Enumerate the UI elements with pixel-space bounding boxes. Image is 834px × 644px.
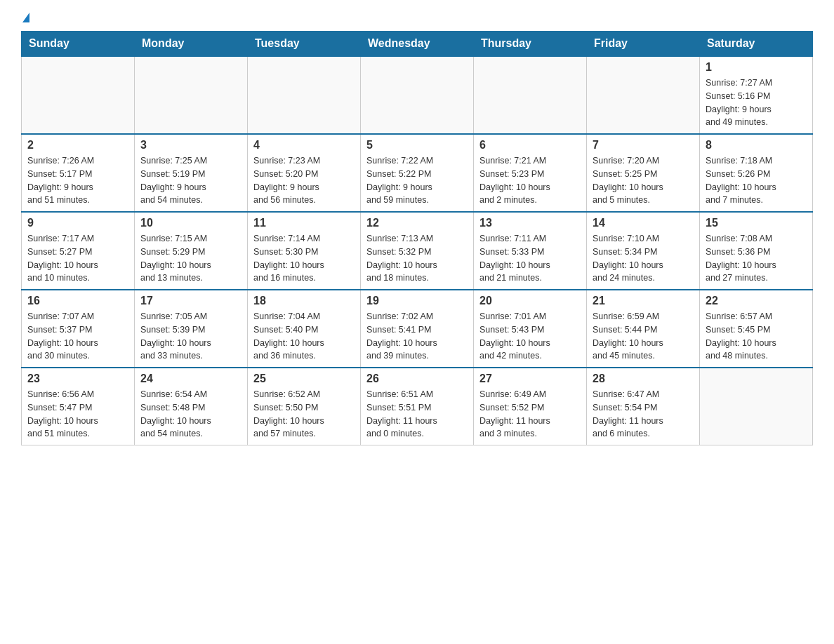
day-info: Sunrise: 7:02 AM Sunset: 5:41 PM Dayligh…: [366, 310, 468, 363]
day-number: 27: [479, 373, 581, 385]
calendar-cell: 26Sunrise: 6:51 AM Sunset: 5:51 PM Dayli…: [361, 368, 474, 445]
day-info: Sunrise: 7:13 AM Sunset: 5:32 PM Dayligh…: [366, 232, 468, 285]
calendar-cell: 1Sunrise: 7:27 AM Sunset: 5:16 PM Daylig…: [700, 56, 813, 134]
day-info: Sunrise: 7:25 AM Sunset: 5:19 PM Dayligh…: [140, 154, 241, 207]
calendar-cell: 13Sunrise: 7:11 AM Sunset: 5:33 PM Dayli…: [474, 212, 587, 290]
calendar-cell: 9Sunrise: 7:17 AM Sunset: 5:27 PM Daylig…: [22, 212, 135, 290]
day-of-week-header: Wednesday: [361, 32, 474, 57]
day-info: Sunrise: 6:51 AM Sunset: 5:51 PM Dayligh…: [366, 388, 468, 441]
page-header: [21, 14, 813, 24]
day-number: 18: [253, 295, 355, 307]
day-info: Sunrise: 6:54 AM Sunset: 5:48 PM Dayligh…: [140, 388, 241, 441]
day-info: Sunrise: 7:14 AM Sunset: 5:30 PM Dayligh…: [253, 232, 355, 285]
day-number: 17: [140, 295, 241, 307]
day-info: Sunrise: 7:21 AM Sunset: 5:23 PM Dayligh…: [479, 154, 581, 207]
calendar-week-row: 2Sunrise: 7:26 AM Sunset: 5:17 PM Daylig…: [22, 134, 813, 212]
day-info: Sunrise: 7:22 AM Sunset: 5:22 PM Dayligh…: [366, 154, 468, 207]
calendar-cell: 19Sunrise: 7:02 AM Sunset: 5:41 PM Dayli…: [361, 290, 474, 368]
logo-triangle-icon: [22, 13, 29, 22]
day-info: Sunrise: 6:59 AM Sunset: 5:44 PM Dayligh…: [593, 310, 694, 363]
day-number: 14: [593, 217, 694, 229]
day-number: 4: [253, 139, 355, 152]
calendar-cell: [22, 56, 135, 134]
calendar-cell: 6Sunrise: 7:21 AM Sunset: 5:23 PM Daylig…: [474, 134, 587, 212]
day-info: Sunrise: 7:17 AM Sunset: 5:27 PM Dayligh…: [27, 232, 128, 285]
calendar-week-row: 1Sunrise: 7:27 AM Sunset: 5:16 PM Daylig…: [22, 56, 813, 134]
calendar-cell: 8Sunrise: 7:18 AM Sunset: 5:26 PM Daylig…: [700, 134, 813, 212]
calendar-cell: 12Sunrise: 7:13 AM Sunset: 5:32 PM Dayli…: [361, 212, 474, 290]
calendar-cell: [700, 368, 813, 445]
calendar-cell: 17Sunrise: 7:05 AM Sunset: 5:39 PM Dayli…: [135, 290, 248, 368]
day-number: 9: [27, 217, 128, 229]
calendar-cell: [587, 56, 700, 134]
day-info: Sunrise: 7:07 AM Sunset: 5:37 PM Dayligh…: [27, 310, 128, 363]
day-info: Sunrise: 7:23 AM Sunset: 5:20 PM Dayligh…: [253, 154, 355, 207]
calendar-cell: 25Sunrise: 6:52 AM Sunset: 5:50 PM Dayli…: [248, 368, 361, 445]
day-number: 20: [479, 295, 581, 307]
day-info: Sunrise: 6:49 AM Sunset: 5:52 PM Dayligh…: [479, 388, 581, 441]
logo: [21, 14, 29, 24]
calendar-week-row: 16Sunrise: 7:07 AM Sunset: 5:37 PM Dayli…: [22, 290, 813, 368]
day-number: 22: [706, 295, 807, 307]
day-number: 28: [593, 373, 694, 385]
day-of-week-header: Saturday: [700, 32, 813, 57]
day-number: 26: [366, 373, 468, 385]
calendar-cell: 4Sunrise: 7:23 AM Sunset: 5:20 PM Daylig…: [248, 134, 361, 212]
day-number: 23: [27, 373, 128, 385]
day-info: Sunrise: 7:11 AM Sunset: 5:33 PM Dayligh…: [479, 232, 581, 285]
day-number: 1: [706, 61, 807, 74]
calendar-cell: 27Sunrise: 6:49 AM Sunset: 5:52 PM Dayli…: [474, 368, 587, 445]
day-info: Sunrise: 6:52 AM Sunset: 5:50 PM Dayligh…: [253, 388, 355, 441]
calendar-cell: 7Sunrise: 7:20 AM Sunset: 5:25 PM Daylig…: [587, 134, 700, 212]
day-of-week-header: Friday: [587, 32, 700, 57]
calendar-cell: 20Sunrise: 7:01 AM Sunset: 5:43 PM Dayli…: [474, 290, 587, 368]
day-number: 6: [479, 139, 581, 152]
day-number: 24: [140, 373, 241, 385]
calendar-cell: 28Sunrise: 6:47 AM Sunset: 5:54 PM Dayli…: [587, 368, 700, 445]
day-number: 15: [706, 217, 807, 229]
calendar-cell: 2Sunrise: 7:26 AM Sunset: 5:17 PM Daylig…: [22, 134, 135, 212]
day-number: 12: [366, 217, 468, 229]
calendar-cell: 10Sunrise: 7:15 AM Sunset: 5:29 PM Dayli…: [135, 212, 248, 290]
day-number: 11: [253, 217, 355, 229]
day-number: 3: [140, 139, 241, 152]
day-info: Sunrise: 6:57 AM Sunset: 5:45 PM Dayligh…: [706, 310, 807, 363]
day-info: Sunrise: 7:15 AM Sunset: 5:29 PM Dayligh…: [140, 232, 241, 285]
calendar-week-row: 9Sunrise: 7:17 AM Sunset: 5:27 PM Daylig…: [22, 212, 813, 290]
day-number: 13: [479, 217, 581, 229]
day-number: 10: [140, 217, 241, 229]
day-info: Sunrise: 7:10 AM Sunset: 5:34 PM Dayligh…: [593, 232, 694, 285]
day-info: Sunrise: 7:26 AM Sunset: 5:17 PM Dayligh…: [27, 154, 128, 207]
calendar-cell: [248, 56, 361, 134]
calendar-cell: [135, 56, 248, 134]
day-of-week-header: Thursday: [474, 32, 587, 57]
day-of-week-header: Monday: [135, 32, 248, 57]
calendar-cell: 21Sunrise: 6:59 AM Sunset: 5:44 PM Dayli…: [587, 290, 700, 368]
day-info: Sunrise: 7:18 AM Sunset: 5:26 PM Dayligh…: [706, 154, 807, 207]
day-info: Sunrise: 7:27 AM Sunset: 5:16 PM Dayligh…: [706, 76, 807, 129]
calendar-cell: 23Sunrise: 6:56 AM Sunset: 5:47 PM Dayli…: [22, 368, 135, 445]
calendar-week-row: 23Sunrise: 6:56 AM Sunset: 5:47 PM Dayli…: [22, 368, 813, 445]
day-info: Sunrise: 6:56 AM Sunset: 5:47 PM Dayligh…: [27, 388, 128, 441]
day-number: 2: [27, 139, 128, 152]
day-number: 7: [593, 139, 694, 152]
day-number: 19: [366, 295, 468, 307]
day-of-week-header: Sunday: [22, 32, 135, 57]
day-info: Sunrise: 7:01 AM Sunset: 5:43 PM Dayligh…: [479, 310, 581, 363]
calendar-cell: 22Sunrise: 6:57 AM Sunset: 5:45 PM Dayli…: [700, 290, 813, 368]
calendar-cell: 5Sunrise: 7:22 AM Sunset: 5:22 PM Daylig…: [361, 134, 474, 212]
day-info: Sunrise: 7:04 AM Sunset: 5:40 PM Dayligh…: [253, 310, 355, 363]
calendar-table: SundayMondayTuesdayWednesdayThursdayFrid…: [21, 31, 813, 445]
day-info: Sunrise: 6:47 AM Sunset: 5:54 PM Dayligh…: [593, 388, 694, 441]
day-number: 16: [27, 295, 128, 307]
day-info: Sunrise: 7:20 AM Sunset: 5:25 PM Dayligh…: [593, 154, 694, 207]
calendar-cell: 15Sunrise: 7:08 AM Sunset: 5:36 PM Dayli…: [700, 212, 813, 290]
calendar-cell: 14Sunrise: 7:10 AM Sunset: 5:34 PM Dayli…: [587, 212, 700, 290]
day-number: 21: [593, 295, 694, 307]
calendar-cell: 3Sunrise: 7:25 AM Sunset: 5:19 PM Daylig…: [135, 134, 248, 212]
calendar-cell: 24Sunrise: 6:54 AM Sunset: 5:48 PM Dayli…: [135, 368, 248, 445]
calendar-cell: 11Sunrise: 7:14 AM Sunset: 5:30 PM Dayli…: [248, 212, 361, 290]
calendar-cell: [361, 56, 474, 134]
day-number: 5: [366, 139, 468, 152]
calendar-cell: 18Sunrise: 7:04 AM Sunset: 5:40 PM Dayli…: [248, 290, 361, 368]
